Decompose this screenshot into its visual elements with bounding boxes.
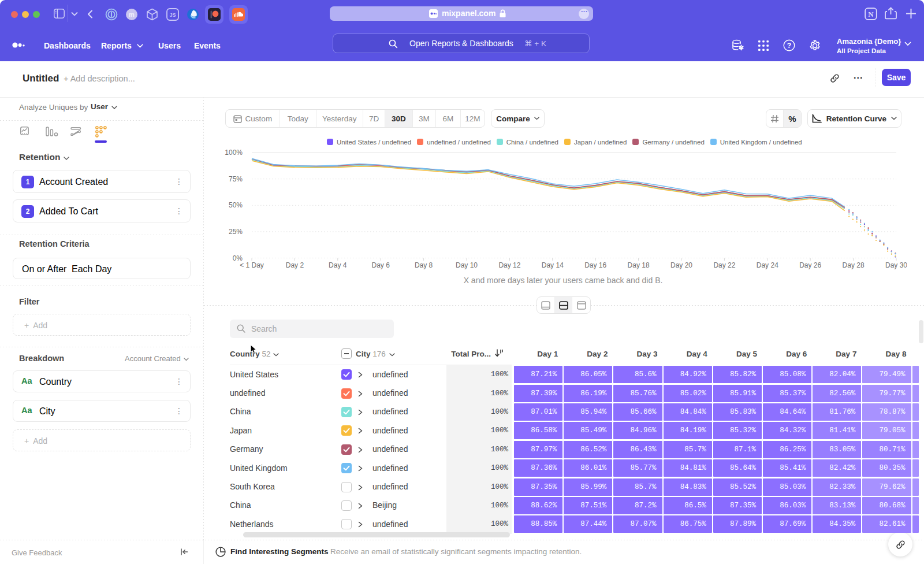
- svg-text:Day 14: Day 14: [542, 261, 564, 269]
- svg-text:Day 4: Day 4: [329, 261, 347, 269]
- svg-text:50%: 50%: [229, 201, 243, 209]
- svg-text:Day 10: Day 10: [456, 261, 478, 269]
- svg-text:JS: JS: [169, 12, 176, 18]
- svg-text:Day 6: Day 6: [372, 261, 390, 269]
- svg-text:Day 28: Day 28: [843, 261, 865, 269]
- svg-text:Day 12: Day 12: [498, 261, 520, 269]
- svg-text:?: ?: [787, 42, 791, 50]
- svg-text:Day 18: Day 18: [628, 261, 650, 269]
- svg-text:N: N: [868, 10, 874, 18]
- svg-text:25%: 25%: [229, 228, 243, 236]
- svg-text:Day 30: Day 30: [885, 261, 907, 269]
- svg-text:Day 2: Day 2: [286, 261, 304, 269]
- svg-text:< 1 Day: < 1 Day: [240, 261, 264, 269]
- svg-text:100%: 100%: [225, 149, 243, 157]
- svg-text:Day 16: Day 16: [584, 261, 606, 269]
- svg-text:75%: 75%: [229, 175, 243, 183]
- svg-text:Day 8: Day 8: [415, 261, 433, 269]
- svg-text:Day 20: Day 20: [670, 261, 692, 269]
- svg-text:Day 24: Day 24: [757, 261, 778, 269]
- svg-text:Day 26: Day 26: [799, 261, 821, 269]
- svg-text:m: m: [129, 11, 135, 18]
- svg-text:Day 22: Day 22: [713, 261, 735, 269]
